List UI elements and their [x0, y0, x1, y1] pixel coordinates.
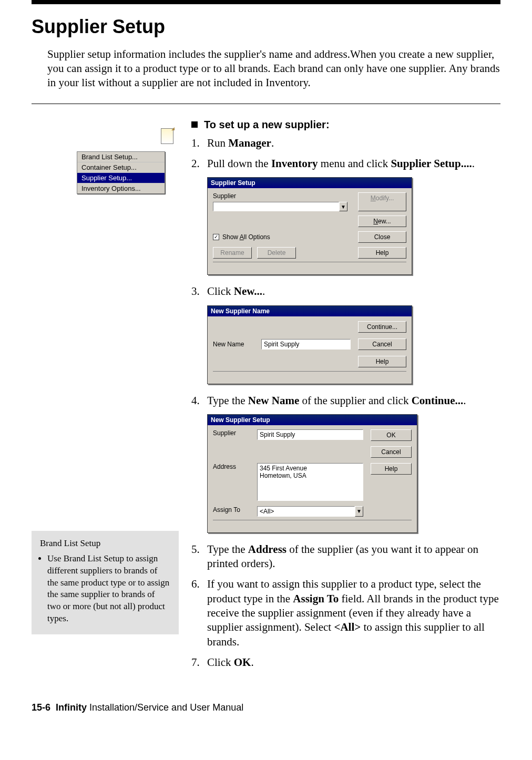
help-button[interactable]: Help [358, 247, 406, 259]
modify-button[interactable]: Modify... [358, 192, 406, 211]
new-name-input[interactable]: Spirit Supply [261, 339, 351, 350]
assign-to-label: Assign To [213, 506, 250, 513]
menu-item-container-setup[interactable]: Container Setup... [77, 162, 165, 173]
close-button[interactable]: Close [358, 231, 406, 243]
chevron-down-icon[interactable]: ▼ [339, 202, 347, 211]
dialog-title: Supplier Setup [211, 179, 255, 187]
supplier-label: Supplier [213, 429, 250, 437]
step-4: 4. Type the New Name of the supplier and… [191, 394, 500, 408]
top-black-bar [32, 0, 500, 4]
new-supplier-name-dialog: New Supplier Name Continue... New Name S… [207, 305, 412, 384]
step-1: 1. Run Manager. [191, 136, 500, 150]
rename-button[interactable]: Rename [213, 247, 252, 259]
page-title: Supplier Setup [32, 16, 500, 38]
cancel-button[interactable]: Cancel [371, 446, 412, 458]
status-bar [213, 520, 412, 529]
address-input[interactable] [257, 463, 363, 501]
supplier-label: Supplier [213, 192, 347, 200]
supplier-combo[interactable] [213, 202, 339, 211]
intro-paragraph: Supplier setup information includes the … [47, 47, 500, 90]
dialog-title: New Supplier Setup [211, 416, 270, 424]
supplier-setup-dialog: Supplier Setup Supplier ▼ Modify... New [207, 177, 412, 275]
continue-button[interactable]: Continue... [358, 321, 406, 333]
delete-button[interactable]: Delete [257, 247, 296, 259]
step-2: 2. Pull down the Inventory menu and clic… [191, 157, 500, 171]
sticky-note-icon [161, 128, 173, 144]
assign-to-combo[interactable]: <All> [257, 506, 355, 517]
inventory-menu: Brand List Setup... Container Setup... S… [77, 151, 165, 194]
sidebar-note-body: Use Brand List Setup to assign different… [47, 553, 170, 625]
help-button[interactable]: Help [371, 463, 412, 475]
menu-item-inventory-options[interactable]: Inventory Options... [77, 183, 165, 193]
menu-item-brand-list[interactable]: Brand List Setup... [77, 152, 165, 162]
square-bullet-icon [191, 121, 198, 128]
new-name-label: New Name [213, 341, 254, 348]
help-button[interactable]: Help [358, 356, 406, 367]
section-divider [32, 104, 500, 104]
step-3: 3. Click New.... [191, 284, 500, 299]
dialog-title: New Supplier Name [211, 307, 270, 315]
sidebar-note: Brand List Setup Use Brand List Setup to… [32, 531, 179, 635]
sidebar-note-title: Brand List Setup [40, 538, 170, 549]
status-bar [213, 262, 406, 271]
step-5: 5. Type the Address of the supplier (as … [191, 542, 500, 571]
new-button[interactable]: New... [358, 215, 406, 227]
show-all-checkbox[interactable]: ✓ Show All Options [213, 231, 347, 243]
menu-item-supplier-setup[interactable]: Supplier Setup... [77, 173, 165, 183]
page-footer: 15-6 Infinity Installation/Service and U… [32, 702, 500, 713]
cancel-button[interactable]: Cancel [358, 338, 406, 350]
chevron-down-icon[interactable]: ▼ [355, 506, 363, 517]
task-heading: To set up a new supplier: [204, 119, 330, 131]
new-supplier-setup-dialog: New Supplier Setup Supplier Spirit Suppl… [207, 414, 417, 533]
step-7: 7. Click OK. [191, 655, 500, 670]
step-6: 6. If you want to assign this supplier t… [191, 577, 500, 649]
address-label: Address [213, 463, 250, 470]
status-bar [213, 371, 406, 381]
supplier-input[interactable]: Spirit Supply [257, 429, 363, 440]
ok-button[interactable]: OK [371, 429, 412, 441]
